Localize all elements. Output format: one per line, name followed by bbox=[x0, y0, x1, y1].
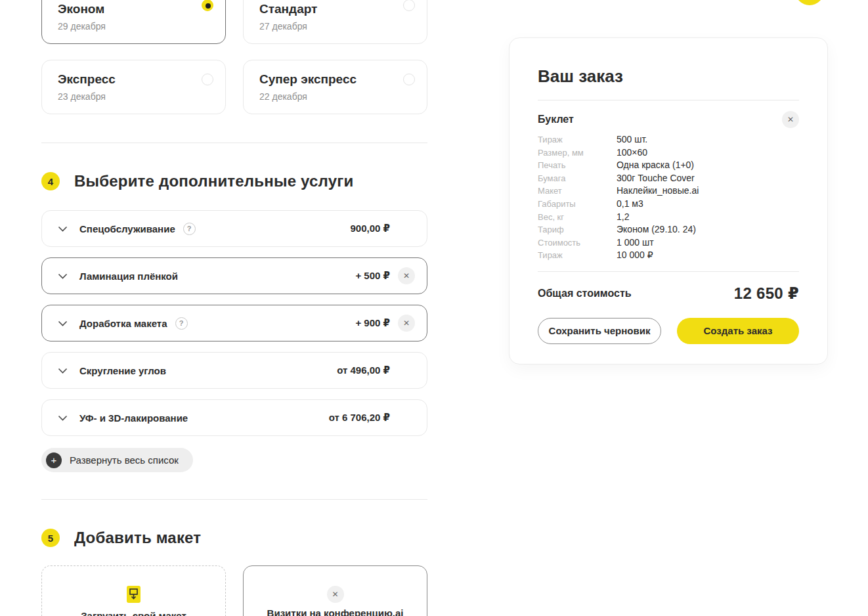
service-label: УФ- и 3D-лакирование bbox=[79, 412, 188, 424]
maket-section-header: 5 Добавить макет bbox=[41, 529, 427, 547]
help-icon[interactable]: ? bbox=[175, 317, 188, 330]
order-total-divider bbox=[538, 271, 799, 272]
tariff-date: 29 декабря bbox=[58, 21, 209, 32]
order-total-value: 12 650 ₽ bbox=[734, 284, 799, 303]
service-label: Доработка макета bbox=[79, 318, 167, 329]
chevron-down-icon bbox=[58, 320, 68, 326]
order-detail-row: Бумага 300г Touche Cover bbox=[538, 172, 799, 185]
order-title: Ваш заказ bbox=[538, 66, 799, 87]
services-list: Спецобслуживание ? 900,00 ₽ Ламинация пл… bbox=[41, 210, 427, 436]
upload-maket-label: Загрузить свой макет bbox=[42, 610, 225, 616]
service-price: 900,00 ₽ bbox=[351, 223, 390, 234]
maket-cards: Загрузить свой макет ✕ Визитки на конфер… bbox=[41, 565, 427, 616]
detail-value: 300г Touche Cover bbox=[617, 172, 695, 185]
order-summary-card: Ваш заказ Буклет ✕ Тираж 500 шт. Размер,… bbox=[509, 37, 828, 364]
remove-maket-button[interactable]: ✕ bbox=[327, 586, 344, 603]
service-price: от 496,00 ₽ bbox=[337, 364, 390, 376]
step-number-badge: 4 bbox=[41, 172, 60, 190]
detail-label: Тираж bbox=[538, 249, 617, 262]
order-detail-row: Стоимость 1 000 шт bbox=[538, 236, 799, 250]
order-detail-row: Макет Наклейки_новые.ai bbox=[538, 185, 799, 198]
remove-product-button[interactable]: ✕ bbox=[782, 111, 799, 128]
detail-label: Стоимость bbox=[538, 236, 617, 250]
create-order-button[interactable]: Создать заказ bbox=[677, 318, 799, 344]
help-icon[interactable]: ? bbox=[183, 223, 196, 235]
radio-icon[interactable] bbox=[403, 74, 415, 85]
detail-value: 500 шт. bbox=[617, 133, 647, 146]
detail-value: Эконом (29.10. 24) bbox=[617, 223, 696, 236]
remove-service-button[interactable]: ✕ bbox=[398, 267, 415, 284]
upload-maket-card[interactable]: Загрузить свой макет bbox=[41, 565, 226, 616]
maket-section-title: Добавить макет bbox=[74, 529, 201, 547]
service-label: Спецобслуживание bbox=[79, 223, 175, 234]
order-product-name: Буклет bbox=[538, 114, 574, 125]
tariff-title: Супер экспресс bbox=[259, 72, 411, 87]
radio-selected-icon[interactable] bbox=[202, 0, 213, 11]
order-detail-row: Тираж 10 000 ₽ bbox=[538, 249, 799, 262]
services-section-title: Выберите дополнительные услуги bbox=[74, 172, 353, 190]
step-number-badge: 5 bbox=[41, 529, 60, 547]
section-divider bbox=[41, 499, 427, 500]
chat-fab-button[interactable] bbox=[795, 0, 824, 5]
order-total-label: Общая стоимость bbox=[538, 288, 632, 299]
detail-label: Бумага bbox=[538, 172, 617, 185]
chevron-down-icon bbox=[58, 273, 68, 279]
tariff-title: Стандарт bbox=[259, 2, 411, 16]
detail-value: 10 000 ₽ bbox=[617, 249, 653, 262]
service-label: Ламинация плёнкой bbox=[79, 271, 178, 282]
service-row-uf-3d-lak[interactable]: УФ- и 3D-лакирование от 6 706,20 ₽ bbox=[41, 399, 427, 436]
detail-value: 0,1 м3 bbox=[617, 198, 643, 211]
order-detail-row: Тираж 500 шт. bbox=[538, 133, 799, 146]
tariff-date: 27 декабря bbox=[259, 21, 411, 32]
order-detail-row: Размер, мм 100×60 bbox=[538, 146, 799, 160]
attached-maket-card[interactable]: ✕ Визитки на конференцию.ai bbox=[243, 565, 427, 616]
detail-label: Макет bbox=[538, 185, 617, 198]
tariff-title: Эконом bbox=[58, 2, 209, 16]
order-detail-row: Габариты 0,1 м3 bbox=[538, 198, 799, 211]
detail-label: Габариты bbox=[538, 198, 617, 211]
tariff-card-ekonom[interactable]: Эконом 29 декабря bbox=[41, 0, 226, 44]
service-row-specsluzhivanie[interactable]: Спецобслуживание ? 900,00 ₽ bbox=[41, 210, 427, 247]
service-price: от 6 706,20 ₽ bbox=[329, 412, 390, 424]
save-draft-button[interactable]: Сохранить черновик bbox=[538, 318, 661, 344]
tariff-card-super-express[interactable]: Супер экспресс 22 декабря bbox=[243, 60, 427, 114]
order-detail-row: Печать Одна краска (1+0) bbox=[538, 159, 799, 172]
detail-label: Тариф bbox=[538, 223, 617, 236]
radio-icon[interactable] bbox=[202, 74, 213, 85]
detail-value: Наклейки_новые.ai bbox=[617, 185, 699, 198]
expand-all-services-button[interactable]: + Развернуть весь список bbox=[41, 448, 193, 472]
section-divider bbox=[41, 143, 427, 143]
service-row-dorabotka[interactable]: Доработка макета ? + 900 ₽ ✕ bbox=[41, 305, 427, 341]
detail-label: Печать bbox=[538, 159, 617, 172]
order-divider bbox=[538, 100, 799, 100]
order-detail-row: Тариф Эконом (29.10. 24) bbox=[538, 223, 799, 236]
tariff-date: 22 декабря bbox=[259, 91, 411, 102]
order-actions: Сохранить черновик Создать заказ bbox=[538, 318, 799, 344]
radio-icon[interactable] bbox=[403, 0, 415, 11]
chevron-down-icon bbox=[58, 415, 68, 421]
detail-label: Вес, кг bbox=[538, 211, 617, 224]
service-row-laminaciya[interactable]: Ламинация плёнкой + 500 ₽ ✕ bbox=[41, 257, 427, 294]
detail-label: Тираж bbox=[538, 133, 617, 146]
tariff-date: 23 декабря bbox=[58, 91, 209, 102]
chevron-down-icon bbox=[58, 226, 68, 232]
chevron-down-icon bbox=[58, 368, 68, 374]
tariff-options: Эконом 29 декабря Стандарт 27 декабря Эк… bbox=[41, 0, 427, 114]
expand-all-services-label: Развернуть весь список bbox=[70, 454, 179, 466]
service-row-skruglenie[interactable]: Скругление углов от 496,00 ₽ bbox=[41, 352, 427, 389]
upload-file-icon bbox=[127, 586, 141, 605]
detail-label: Размер, мм bbox=[538, 146, 617, 160]
detail-value: 1,2 bbox=[617, 211, 629, 224]
services-section-header: 4 Выберите дополнительные услуги bbox=[41, 172, 427, 190]
tariff-card-standart[interactable]: Стандарт 27 декабря bbox=[243, 0, 427, 44]
order-total-row: Общая стоимость 12 650 ₽ bbox=[538, 284, 799, 303]
tariff-card-express[interactable]: Экспресс 23 декабря bbox=[41, 60, 226, 114]
detail-value: 100×60 bbox=[617, 146, 647, 160]
service-price: + 900 ₽ bbox=[355, 317, 390, 329]
order-product-row: Буклет ✕ bbox=[538, 111, 799, 128]
service-label: Скругление углов bbox=[79, 365, 166, 376]
plus-icon: + bbox=[46, 452, 62, 468]
remove-service-button[interactable]: ✕ bbox=[398, 315, 415, 332]
tariff-title: Экспресс bbox=[58, 72, 209, 87]
attached-maket-filename[interactable]: Визитки на конференцию.ai bbox=[244, 607, 427, 616]
